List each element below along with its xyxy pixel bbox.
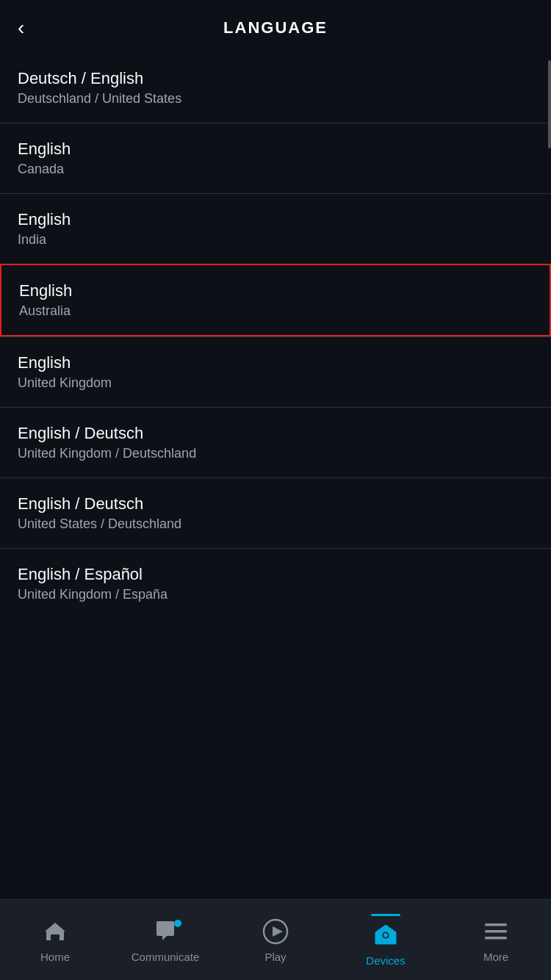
language-secondary: Canada — [18, 162, 533, 177]
nav-item-play[interactable]: Play — [220, 911, 331, 969]
svg-rect-1 — [51, 934, 60, 940]
devices-icon — [371, 920, 400, 950]
svg-point-6 — [384, 933, 388, 937]
nav-label-home: Home — [40, 951, 70, 963]
nav-label-more: More — [483, 951, 508, 963]
play-icon — [261, 917, 290, 946]
notification-dot — [174, 920, 181, 927]
svg-rect-7 — [485, 923, 507, 926]
language-item[interactable]: EnglishCanada — [0, 123, 551, 193]
scrollbar-track — [547, 53, 551, 952]
scrollbar-thumb — [548, 60, 551, 148]
language-item[interactable]: EnglishUnited Kingdom — [0, 337, 551, 407]
svg-rect-9 — [485, 937, 507, 940]
svg-marker-2 — [45, 923, 65, 932]
language-item[interactable]: English / DeutschUnited States / Deutsch… — [0, 478, 551, 548]
language-primary: English / Deutsch — [18, 424, 533, 443]
language-secondary: Deutschland / United States — [18, 91, 533, 107]
active-indicator — [371, 914, 400, 916]
bottom-navigation: Home Communicate Play — [0, 899, 551, 980]
language-item[interactable]: EnglishAustralia — [0, 264, 551, 336]
more-icon — [481, 917, 511, 946]
language-primary: English — [18, 353, 533, 372]
language-item[interactable]: English / DeutschUnited Kingdom / Deutsc… — [0, 408, 551, 478]
language-primary: English / Deutsch — [18, 494, 533, 514]
nav-item-devices[interactable]: Devices — [331, 908, 441, 973]
language-secondary: United Kingdom / Deutschland — [18, 446, 533, 461]
language-secondary: United States / Deutschland — [18, 516, 533, 532]
language-primary: English — [18, 210, 533, 229]
page-title: LANGUAGE — [223, 18, 328, 37]
language-primary: English — [19, 281, 532, 300]
language-item[interactable]: Deutsch / EnglishDeutschland / United St… — [0, 53, 551, 123]
language-list: Deutsch / EnglishDeutschland / United St… — [0, 53, 551, 952]
language-primary: English — [18, 140, 533, 159]
header: ‹ LANGUAGE — [0, 0, 551, 53]
nav-item-home[interactable]: Home — [0, 911, 110, 969]
svg-marker-4 — [273, 926, 283, 937]
nav-label-play: Play — [264, 951, 286, 963]
language-primary: Deutsch / English — [18, 69, 533, 88]
back-button[interactable]: ‹ — [18, 15, 30, 41]
home-icon — [40, 917, 70, 946]
nav-item-communicate[interactable]: Communicate — [110, 911, 220, 969]
language-primary: English / Español — [18, 565, 533, 584]
language-secondary: Australia — [19, 303, 532, 319]
nav-label-communicate: Communicate — [132, 951, 200, 963]
communicate-icon — [151, 917, 180, 946]
nav-item-more[interactable]: More — [441, 911, 551, 969]
language-secondary: United Kingdom — [18, 375, 533, 391]
svg-rect-8 — [485, 930, 507, 933]
language-item[interactable]: EnglishIndia — [0, 194, 551, 264]
language-item[interactable]: English / EspañolUnited Kingdom / España — [0, 549, 551, 619]
nav-label-devices: Devices — [366, 954, 405, 967]
language-secondary: India — [18, 232, 533, 248]
language-secondary: United Kingdom / España — [18, 587, 533, 602]
